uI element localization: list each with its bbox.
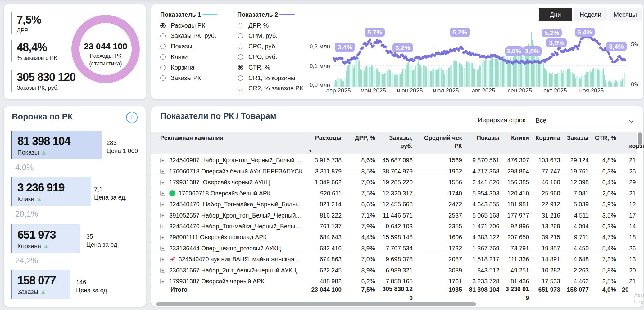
svg-text:3,4%: 3,4% xyxy=(338,43,352,51)
svg-text:5,2%: 5,2% xyxy=(544,29,559,36)
svg-text:авг 2025: авг 2025 xyxy=(472,87,495,94)
svg-text:июн 2025: июн 2025 xyxy=(397,87,423,94)
svg-text:сен 2025: сен 2025 xyxy=(508,87,532,94)
svg-text:0,0 млн: 0,0 млн xyxy=(310,82,330,88)
svg-text:окт 2025: окт 2025 xyxy=(543,87,567,94)
svg-text:3,0%: 3,0% xyxy=(525,47,540,55)
svg-text:апр 2025: апр 2025 xyxy=(326,87,351,94)
svg-text:3,0%: 3,0% xyxy=(506,47,521,55)
svg-text:3,2%: 3,2% xyxy=(395,44,410,51)
svg-text:5,2%: 5,2% xyxy=(452,29,467,36)
svg-text:июл 2025: июл 2025 xyxy=(433,87,459,94)
svg-text:3,9%: 3,9% xyxy=(549,39,564,46)
svg-text:6,4%: 6,4% xyxy=(577,29,592,36)
svg-text:0%: 0% xyxy=(631,81,640,88)
svg-text:5%: 5% xyxy=(631,41,640,47)
svg-text:май 2025: май 2025 xyxy=(361,87,386,94)
svg-text:5,7%: 5,7% xyxy=(367,29,382,36)
svg-text:0,2 млн: 0,2 млн xyxy=(310,43,330,50)
svg-text:ноя 2025: ноя 2025 xyxy=(579,87,604,94)
svg-text:3,4%: 3,4% xyxy=(609,43,624,50)
svg-text:0,1 млн: 0,1 млн xyxy=(310,63,330,69)
